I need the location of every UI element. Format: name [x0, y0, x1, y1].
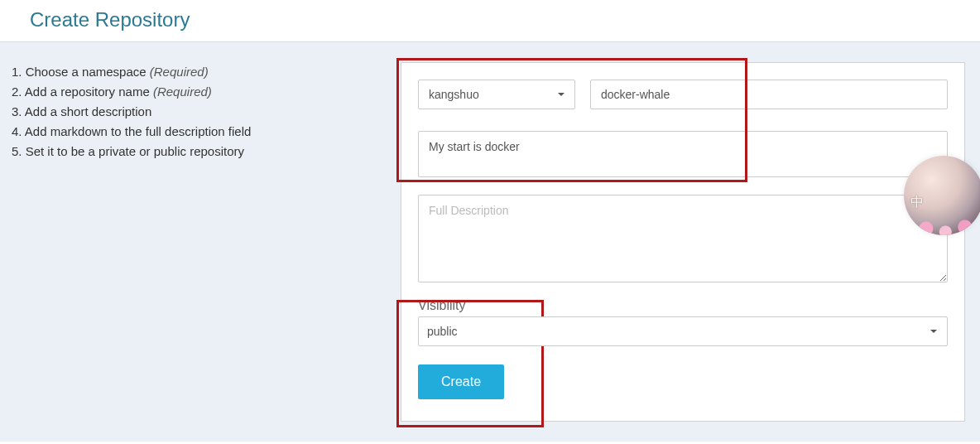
- create-button[interactable]: Create: [418, 364, 504, 399]
- instruction-text: Choose a namespace: [26, 65, 147, 79]
- visibility-label: Visibility: [418, 298, 948, 313]
- page-title: Create Repository: [0, 0, 980, 41]
- instructions-list: Choose a namespace (Required) Add a repo…: [12, 62, 401, 162]
- instruction-text: Add markdown to the full description fie…: [25, 124, 251, 138]
- form-card: kangshuo Visibility public Create: [401, 62, 965, 422]
- instruction-item: Add a repository name (Required): [12, 82, 401, 102]
- visibility-select[interactable]: public: [418, 316, 948, 346]
- avatar[interactable]: 中: [904, 156, 980, 235]
- namespace-select[interactable]: kangshuo: [418, 80, 575, 109]
- instruction-item: Set it to be a private or public reposit…: [12, 142, 401, 162]
- instruction-text: Add a short description: [25, 104, 151, 118]
- caret-down-icon: [930, 330, 937, 333]
- required-tag: (Required): [153, 84, 212, 99]
- visibility-value: public: [427, 325, 458, 338]
- instruction-item: Add markdown to the full description fie…: [12, 122, 401, 142]
- avatar-glyph: 中: [910, 194, 924, 211]
- name-row: kangshuo: [418, 80, 948, 109]
- caret-down-icon: [558, 93, 564, 96]
- full-description-input[interactable]: [418, 195, 948, 282]
- instruction-item: Choose a namespace (Required): [12, 62, 401, 82]
- main-panel: Choose a namespace (Required) Add a repo…: [0, 41, 980, 442]
- short-description-input[interactable]: [418, 131, 948, 177]
- required-tag: (Required): [150, 65, 209, 79]
- instruction-item: Add a short description: [12, 102, 401, 122]
- repo-name-input[interactable]: [590, 80, 948, 109]
- instruction-text: Set it to be a private or public reposit…: [26, 144, 244, 158]
- instruction-text: Add a repository name: [25, 84, 150, 99]
- namespace-value: kangshuo: [429, 88, 479, 101]
